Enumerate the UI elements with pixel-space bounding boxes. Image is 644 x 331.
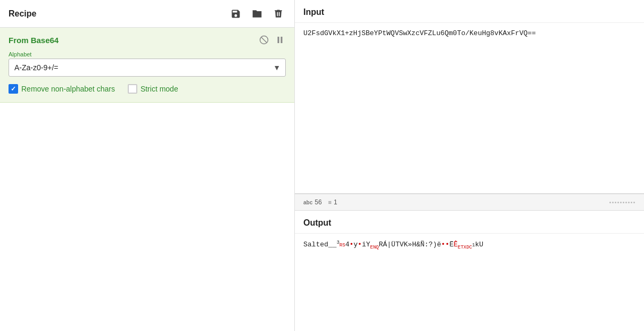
delete-button[interactable] <box>271 7 286 20</box>
header-icons <box>228 7 286 20</box>
input-title: Input <box>303 7 324 16</box>
strict-mode-checkbox[interactable]: Strict mode <box>128 84 178 94</box>
trash-icon <box>273 9 284 19</box>
svg-rect-3 <box>281 37 283 43</box>
pause-icon <box>275 35 285 45</box>
save-button[interactable] <box>228 7 243 20</box>
left-header: Recipe <box>0 0 294 28</box>
remove-non-alphabet-box <box>9 84 18 94</box>
input-header: Input <box>295 0 644 23</box>
pause-button[interactable] <box>274 34 286 46</box>
alphabet-select[interactable]: A-Za-z0-9+/= <box>9 59 286 77</box>
output-text: Salted__3RS4•y•iYENQRÁ|ÜTVK»H&Ñ:?)ë••ËÊE… <box>303 241 483 249</box>
lines-icon: ≡ <box>328 199 332 205</box>
char-count-stat: abc 56 <box>303 198 322 206</box>
right-panel: Input U2FsdGVkX1+zHjSBeYPtWQVSwXzcVFZLu6… <box>295 0 644 331</box>
abc-icon: abc <box>303 200 312 205</box>
output-area: Salted__3RS4•y•iYENQRÁ|ÜTVK»H&Ñ:?)ë••ËÊE… <box>295 234 644 331</box>
input-textarea[interactable]: U2FsdGVkX1+zHjSBeYPtWQVSwXzcVFZLu6Qm0To/… <box>295 23 644 193</box>
svg-line-1 <box>261 37 267 43</box>
alphabet-select-wrapper: A-Za-z0-9+/= ▼ <box>9 59 286 77</box>
disable-icon <box>259 35 269 45</box>
char-count: 56 <box>315 198 321 206</box>
output-section: Output Salted__3RS4•y•iYENQRÁ|ÜTVK»H&Ñ:?… <box>295 211 644 331</box>
strict-mode-box <box>128 84 137 94</box>
recipe-title: Recipe <box>9 9 36 19</box>
from-base64-block: From Base64 Alphabet A-Za-z0-9 <box>0 28 294 103</box>
stats-content: abc 56 ≡ 1 <box>303 198 635 206</box>
input-section: Input U2FsdGVkX1+zHjSBeYPtWQVSwXzcVFZLu6… <box>295 0 644 194</box>
strict-mode-label: Strict mode <box>141 85 178 93</box>
line-count: 1 <box>334 198 337 206</box>
block-title: From Base64 <box>9 36 59 45</box>
line-count-stat: ≡ 1 <box>328 198 337 206</box>
svg-rect-2 <box>278 37 279 43</box>
alphabet-label: Alphabet <box>9 51 286 57</box>
disable-button[interactable] <box>258 34 270 46</box>
block-controls <box>258 34 286 46</box>
save-icon <box>230 9 241 19</box>
resize-handle[interactable] <box>609 202 635 203</box>
output-title: Output <box>303 218 331 227</box>
stats-bar: abc 56 ≡ 1 <box>295 194 644 211</box>
block-header: From Base64 <box>9 34 286 46</box>
remove-non-alphabet-label: Remove non-alphabet chars <box>21 85 115 93</box>
folder-button[interactable] <box>250 7 265 20</box>
remove-non-alphabet-checkbox[interactable]: Remove non-alphabet chars <box>9 84 115 94</box>
alphabet-wrapper: Alphabet A-Za-z0-9+/= ▼ <box>9 51 286 77</box>
checkboxes-row: Remove non-alphabet chars Strict mode <box>9 84 286 94</box>
left-panel: Recipe From Base64 <box>0 0 295 331</box>
folder-icon <box>252 9 262 19</box>
output-header: Output <box>295 211 644 234</box>
